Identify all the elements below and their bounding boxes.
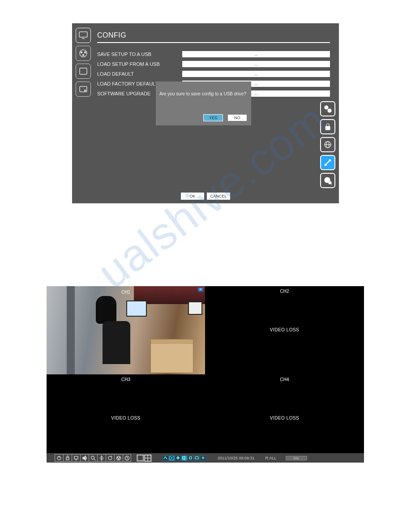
statusbar-progress: 0%: [286, 456, 307, 460]
dialog-message: Are you sure to save config to a USB dri…: [156, 82, 251, 96]
svg-point-48: [177, 457, 179, 459]
refresh-button[interactable]: [106, 454, 114, 462]
screen-icon: [73, 455, 79, 461]
svg-point-39: [118, 459, 119, 459]
hdd-icon: [195, 456, 199, 460]
tab-device[interactable]: [76, 64, 91, 79]
svg-rect-29: [74, 456, 78, 459]
layout-1-icon: [137, 455, 144, 461]
svg-marker-49: [183, 456, 184, 459]
globe-icon: [323, 140, 332, 149]
lock-button[interactable]: [63, 454, 72, 462]
power-icon: [56, 455, 62, 461]
net-icon: [163, 456, 167, 460]
tab-quicksearch[interactable]: [320, 173, 335, 188]
ind-ptz: [200, 455, 206, 461]
refresh-icon: [107, 455, 113, 461]
search-icon: [90, 455, 96, 461]
ind-alarm: [188, 455, 193, 461]
row-field[interactable]: ...: [182, 51, 330, 57]
statusbar-rec-text: R:ALL: [265, 456, 277, 460]
playback-button[interactable]: [114, 454, 123, 462]
layout-quad-button[interactable]: [144, 455, 152, 462]
config-left-tabs: [76, 28, 91, 97]
row-label: SAVE SETUP TO A USB: [97, 51, 182, 57]
lock-icon: [65, 455, 70, 461]
svg-rect-43: [137, 455, 143, 461]
config-panel: CONFIG SAVE SETUP TO A USB ... LOAD SETU…: [72, 23, 339, 203]
tab-network[interactable]: [320, 137, 335, 152]
motion-icon: [170, 456, 174, 460]
svg-rect-6: [80, 68, 87, 74]
cancel-button[interactable]: CANCEL: [207, 193, 230, 200]
svg-point-3: [81, 52, 82, 53]
channel-2[interactable]: CH2 VIDEO LOSS: [205, 286, 364, 374]
tab-config[interactable]: [320, 155, 335, 170]
svg-line-42: [127, 458, 128, 459]
audio-icon: [182, 456, 186, 460]
live-view: R CH1 CH2 VIDEO LOSS CH3 VIDEO LOSS CH4 …: [47, 286, 364, 463]
statusbar-timestamp: 2011/10/25 08:09:31: [218, 456, 255, 460]
channel-1-video: R: [47, 286, 205, 374]
svg-point-5: [83, 55, 84, 56]
channel-3[interactable]: CH3 VIDEO LOSS: [47, 374, 205, 452]
row-field[interactable]: ...: [182, 61, 330, 67]
channel-1[interactable]: R CH1: [47, 286, 205, 374]
reel-icon: [78, 48, 88, 58]
svg-rect-50: [189, 457, 192, 459]
svg-point-22: [329, 159, 331, 161]
channel-label: CH2: [280, 289, 289, 294]
video-loss-text: VIDEO LOSS: [270, 416, 300, 420]
row-field[interactable]: ...: [182, 71, 330, 77]
tab-system[interactable]: [320, 101, 335, 116]
monitor-icon: [78, 30, 88, 40]
tools-icon: [323, 158, 332, 167]
layout-single-button[interactable]: [137, 455, 144, 462]
screen-button[interactable]: [72, 454, 80, 462]
svg-point-47: [171, 457, 173, 459]
quad-grid: R CH1 CH2 VIDEO LOSS CH3 VIDEO LOSS CH4 …: [47, 286, 364, 452]
lock-icon: [323, 122, 332, 131]
row-save-usb: SAVE SETUP TO A USB ...: [97, 50, 330, 58]
tab-storage[interactable]: [76, 82, 91, 97]
rec-icon: [176, 456, 180, 460]
status-bar: 2011/10/25 08:09:31 R:ALL 0%: [47, 453, 364, 463]
ok-button[interactable]: OK: [181, 193, 204, 200]
video-loss-text: VIDEO LOSS: [270, 327, 300, 332]
gears-icon: [323, 104, 332, 113]
ind-rec: [175, 455, 181, 461]
tab-display[interactable]: [76, 28, 91, 43]
clock-icon: [124, 455, 130, 461]
no-button[interactable]: NO: [228, 115, 247, 121]
statusbar-layout-buttons: [137, 455, 152, 462]
ptz-button[interactable]: [97, 454, 106, 462]
tab-record[interactable]: [76, 46, 91, 61]
config-buttons: OK CANCEL: [72, 193, 339, 200]
channel-label: CH3: [121, 377, 130, 382]
config-right-tabs: [320, 101, 335, 188]
channel-4[interactable]: CH4 VIDEO LOSS: [205, 374, 364, 452]
statusbar-indicators: [163, 455, 206, 461]
ind-motion: [169, 455, 175, 461]
svg-point-16: [328, 109, 331, 112]
ind-network: [163, 455, 168, 461]
ind-hdd: [194, 455, 200, 461]
keypad-icon: [78, 66, 88, 76]
svg-rect-0: [79, 32, 87, 37]
search-button[interactable]: [89, 454, 97, 462]
svg-line-33: [94, 459, 95, 460]
yes-button[interactable]: YES: [204, 115, 223, 121]
tab-security[interactable]: [320, 119, 335, 134]
volume-button[interactable]: [80, 454, 89, 462]
svg-marker-31: [83, 456, 86, 460]
row-load-default: LOAD DEFAULT ...: [97, 70, 330, 77]
schedule-button[interactable]: [123, 454, 131, 462]
power-button[interactable]: [55, 454, 63, 462]
svg-rect-28: [66, 458, 69, 460]
svg-point-14: [85, 90, 86, 91]
video-loss-text: VIDEO LOSS: [111, 416, 141, 420]
svg-point-32: [91, 456, 94, 459]
row-load-usb: LOAD SETUP FROM A USB ...: [97, 60, 330, 68]
hdd-icon: [78, 84, 88, 94]
row-label: LOAD DEFAULT: [97, 71, 182, 77]
